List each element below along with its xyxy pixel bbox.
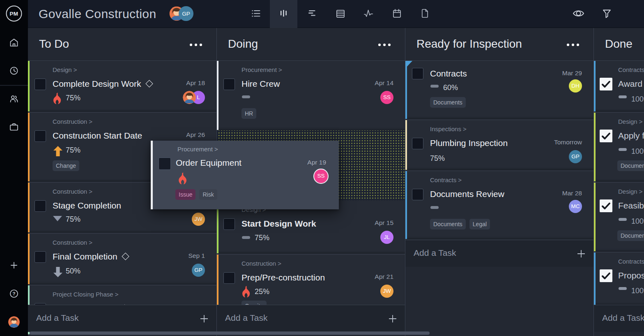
svg-text:?: ?	[12, 291, 15, 296]
svg-text:PM: PM	[10, 11, 18, 17]
svg-text:GP: GP	[182, 11, 190, 17]
